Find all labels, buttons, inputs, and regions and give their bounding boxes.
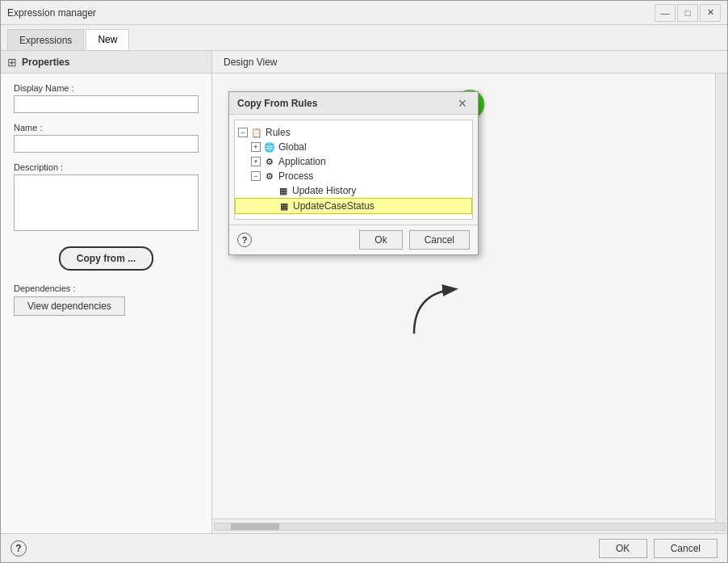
tree-label-rules: Rules bbox=[266, 127, 291, 138]
title-bar: Expression manager — □ ✕ bbox=[1, 1, 727, 25]
tree-expand-global[interactable]: + bbox=[251, 142, 261, 152]
modal-close-button[interactable]: ✕ bbox=[455, 96, 470, 111]
tree-label-application: Application bbox=[278, 156, 326, 167]
tree-item-application[interactable]: +⚙Application bbox=[235, 154, 472, 169]
ok-button[interactable]: OK bbox=[599, 539, 647, 558]
right-panel: Design View bbox=[212, 51, 727, 533]
tree-item-global[interactable]: +🌐Global bbox=[235, 140, 472, 154]
dependencies-label: Dependencies : bbox=[14, 284, 199, 293]
tree-item-update-case-status[interactable]: ▦UpdateCaseStatus bbox=[235, 198, 472, 214]
tree-item-rules[interactable]: −📋Rules bbox=[235, 125, 472, 140]
view-dependencies-button[interactable]: View dependencies bbox=[14, 296, 125, 316]
modal-help-button[interactable]: ? bbox=[237, 233, 252, 247]
tree-icon-process: ⚙ bbox=[263, 170, 276, 182]
modal-title: Copy From Rules bbox=[237, 98, 317, 109]
display-name-label: Display Name : bbox=[14, 83, 199, 93]
name-input[interactable] bbox=[14, 135, 199, 153]
display-name-input[interactable] bbox=[14, 95, 199, 113]
tab-bar: Expressions New bbox=[1, 25, 727, 51]
copy-from-dialog: Copy From Rules ✕ −📋Rules+🌐Global+⚙Appli… bbox=[228, 91, 479, 255]
arrow-container: Copy from ... bbox=[14, 246, 199, 271]
tab-new[interactable]: New bbox=[86, 29, 129, 50]
modal-buttons: Ok Cancel bbox=[359, 230, 470, 250]
modal-overlay: Copy From Rules ✕ −📋Rules+🌐Global+⚙Appli… bbox=[212, 51, 727, 533]
left-panel: ⊞ Properties Display Name : Name : Descr… bbox=[1, 51, 212, 533]
modal-title-bar: Copy From Rules ✕ bbox=[229, 92, 478, 115]
panel-header-title: Properties bbox=[22, 57, 69, 68]
bottom-bar: ? OK Cancel bbox=[1, 533, 727, 562]
tree-item-process[interactable]: −⚙Process bbox=[235, 169, 472, 183]
cancel-button[interactable]: Cancel bbox=[654, 539, 718, 558]
tree-icon-global: 🌐 bbox=[263, 141, 276, 153]
properties-icon: ⊞ bbox=[7, 56, 17, 69]
tree-label-process: Process bbox=[278, 170, 313, 182]
title-bar-left: Expression manager bbox=[7, 7, 96, 19]
description-input[interactable] bbox=[14, 174, 199, 231]
tree-expand-process[interactable]: − bbox=[251, 171, 261, 181]
tree-label-global: Global bbox=[278, 141, 307, 153]
minimize-button[interactable]: — bbox=[655, 4, 676, 22]
modal-footer: ? Ok Cancel bbox=[229, 225, 478, 254]
description-group: Description : bbox=[14, 162, 199, 233]
dependencies-group: Dependencies : View dependencies bbox=[14, 284, 199, 316]
window-close-button[interactable]: ✕ bbox=[700, 4, 721, 22]
window-title: Expression manager bbox=[7, 7, 96, 19]
modal-body: −📋Rules+🌐Global+⚙Application−⚙Process▦Up… bbox=[229, 115, 478, 225]
modal-cancel-button[interactable]: Cancel bbox=[409, 230, 470, 250]
modal-ok-button[interactable]: Ok bbox=[359, 230, 402, 250]
panel-header: ⊞ Properties bbox=[1, 51, 211, 74]
tab-expressions[interactable]: Expressions bbox=[7, 29, 84, 50]
name-group: Name : bbox=[14, 123, 199, 153]
tree-label-update-case-status: UpdateCaseStatus bbox=[293, 200, 374, 212]
help-button[interactable]: ? bbox=[10, 540, 27, 557]
modal-tree[interactable]: −📋Rules+🌐Global+⚙Application−⚙Process▦Up… bbox=[234, 120, 473, 220]
title-controls: — □ ✕ bbox=[655, 4, 721, 22]
tree-item-update-history[interactable]: ▦Update History bbox=[235, 183, 472, 198]
tree-icon-rules: 📋 bbox=[250, 127, 263, 138]
name-label: Name : bbox=[14, 123, 199, 132]
tree-icon-update-case-status: ▦ bbox=[278, 200, 291, 212]
maximize-button[interactable]: □ bbox=[677, 4, 698, 22]
copy-from-button[interactable]: Copy from ... bbox=[59, 246, 153, 271]
panel-body: Display Name : Name : Description : Copy… bbox=[1, 74, 211, 533]
tree-expand-rules[interactable]: − bbox=[238, 128, 248, 137]
tree-icon-update-history: ▦ bbox=[277, 185, 290, 196]
main-content: ⊞ Properties Display Name : Name : Descr… bbox=[1, 51, 727, 533]
main-window: Expression manager — □ ✕ Expressions New… bbox=[0, 0, 728, 563]
tree-icon-application: ⚙ bbox=[263, 156, 276, 167]
display-name-group: Display Name : bbox=[14, 83, 199, 113]
bottom-buttons: OK Cancel bbox=[599, 539, 718, 558]
description-label: Description : bbox=[14, 162, 199, 172]
tree-label-update-history: Update History bbox=[292, 185, 356, 196]
tree-expand-application[interactable]: + bbox=[251, 157, 261, 166]
